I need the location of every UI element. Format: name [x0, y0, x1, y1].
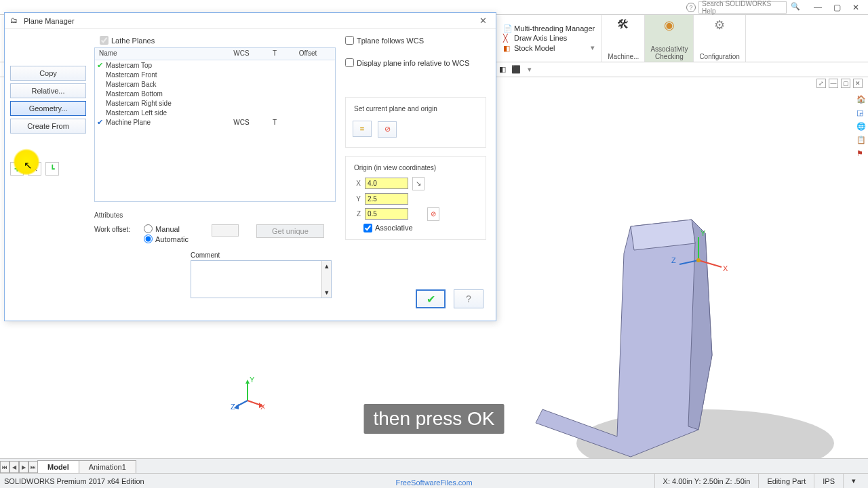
machine-icon: 🛠 [617, 18, 629, 32]
ribbon-item-stock-model[interactable]: ◧Stock Model▾ [503, 43, 595, 52]
resources-icon[interactable]: ◲ [856, 108, 867, 119]
pane-restore-icon[interactable]: ▢ [841, 79, 850, 88]
equals-button[interactable]: = [353, 121, 372, 137]
grid-row[interactable]: Mastercam Right side [95, 98, 335, 108]
svg-text:Z: Z [231, 403, 235, 411]
tab-next-icon[interactable]: ▶ [19, 461, 28, 473]
display-relative-checkbox[interactable]: Display plane info relative to WCS [345, 58, 486, 67]
dialog-close-button[interactable]: ✕ [475, 15, 490, 27]
checkmark-icon: ✔ [95, 118, 104, 127]
svg-text:Z: Z [671, 256, 676, 264]
attributes-label: Attributes [94, 211, 336, 219]
plane-manager-icon: 🗂 [10, 16, 20, 26]
view-triad: YXZ [231, 377, 264, 411]
automatic-radio[interactable]: Automatic [144, 235, 189, 243]
associativity-icon: ◉ [664, 18, 675, 33]
comment-label: Comment [191, 251, 336, 259]
svg-text:X: X [723, 264, 728, 272]
ribbon-machine-button[interactable]: 🛠 Machine... [602, 15, 645, 62]
bottom-tabs: ⏮ ◀ ▶ ⏭ Model Animation1 [0, 458, 868, 473]
tab-last-icon[interactable]: ⏭ [28, 461, 38, 473]
ribbon-item-draw-axis[interactable]: ╳Draw Axis Lines [503, 34, 595, 42]
toolbar-dropdown-icon[interactable]: ▾ [524, 64, 536, 76]
toolbox-icon[interactable]: ⚑ [856, 149, 867, 160]
grid-row[interactable]: Mastercam Front [95, 70, 335, 79]
associative-checkbox[interactable]: Associative [363, 224, 479, 232]
dialog-center-panel: Lathe Planes Name WCS T Offset ✔Masterca… [92, 29, 336, 321]
pane-expand-icon[interactable]: ⤢ [816, 79, 826, 88]
toolbar-icon-1[interactable]: ◧ [496, 64, 509, 76]
svg-point-7 [696, 258, 701, 262]
copy-button[interactable]: Copy [10, 66, 86, 81]
geometry-button[interactable]: Geometry... [10, 101, 86, 116]
ribbon-configuration-button[interactable]: ⚙ Configuration [694, 15, 745, 62]
gear-icon: ⚙ [714, 18, 725, 33]
task-pane-bar: 🏠 ◲ 🌐 📋 ⚑ [856, 77, 868, 160]
grid-row-machine-plane[interactable]: ✔ Machine Plane WCS T [95, 117, 335, 127]
close-button[interactable]: ✕ [846, 1, 865, 14]
appearance-icon[interactable]: 🌐 [856, 122, 867, 133]
plane-manager-dialog: 🗂 Plane Manager ✕ Copy Relative... Geome… [4, 12, 496, 321]
tab-first-icon[interactable]: ⏮ [0, 461, 9, 473]
tab-nav: ⏮ ◀ ▶ ⏭ [0, 461, 38, 473]
planes-grid[interactable]: Name WCS T Offset ✔Mastercam Top Masterc… [94, 47, 336, 202]
axis-icon: ╳ [503, 34, 511, 42]
dialog-titlebar: 🗂 Plane Manager ✕ [5, 13, 496, 29]
dialog-left-panel: Copy Relative... Geometry... Create From… [5, 29, 92, 321]
lathe-planes-checkbox[interactable]: Lathe Planes [94, 35, 336, 46]
grid-row[interactable]: Mastercam Left side [95, 108, 335, 117]
grid-header: Name WCS T Offset [95, 48, 335, 60]
tab-model[interactable]: Model [37, 460, 79, 473]
status-coords: X: 4.00in Y: 2.50in Z: .50in [654, 474, 759, 488]
grid-row[interactable]: Mastercam Bottom [95, 89, 335, 98]
grid-row[interactable]: ✔Mastercam Top [95, 60, 335, 70]
origin-z-input[interactable] [365, 208, 408, 220]
set-current-group: Set current plane and origin = ⊘ [345, 97, 486, 148]
get-unique-button: Get unique [256, 224, 324, 238]
help-button[interactable]: ? [454, 289, 484, 308]
status-dropdown-icon[interactable]: ▾ [843, 474, 864, 488]
ok-button[interactable]: ✔ [416, 289, 446, 308]
minimize-button[interactable]: — [808, 1, 827, 14]
origin-x-input[interactable] [365, 178, 408, 189]
caption-overlay: then press OK [364, 404, 505, 434]
ribbon-associativity-button[interactable]: ◉ Associativity Checking [645, 15, 694, 62]
checkmark-icon: ✔ [95, 61, 104, 70]
work-offset-label: Work offset: [94, 224, 130, 233]
origin-group: Origin (in view coordinates) X↘ Y Z⊘ Ass… [345, 156, 486, 240]
triad-plane-icon[interactable]: ┗ [45, 162, 59, 176]
home-icon[interactable]: 🏠 [856, 95, 867, 106]
svg-text:X: X [260, 403, 264, 411]
maximize-button[interactable]: ▢ [827, 1, 846, 14]
reset-button[interactable]: ⊘ [378, 121, 397, 138]
dialog-right-panel: Tplane follows WCS Display plane info re… [336, 29, 496, 321]
create-from-button[interactable]: Create From [10, 119, 86, 134]
comment-textarea[interactable]: ▴▾ [191, 260, 332, 298]
attributes-row: Work offset: Manual Automatic Get unique [94, 224, 336, 243]
manual-radio[interactable]: Manual [144, 224, 189, 233]
grid-row[interactable]: Mastercam Back [95, 79, 335, 89]
model-preview: Y X Z [488, 186, 841, 488]
custom-props-icon[interactable]: 📋 [856, 136, 867, 146]
scrollbar[interactable]: ▴▾ [321, 261, 331, 298]
tab-prev-icon[interactable]: ◀ [9, 461, 19, 473]
status-units[interactable]: IPS [814, 474, 843, 488]
help-icon[interactable]: ? [686, 3, 696, 12]
pane-minimize-icon[interactable]: — [829, 79, 838, 88]
tplane-follows-checkbox[interactable]: Tplane follows WCS [345, 36, 486, 45]
toolbar-icon-2[interactable]: ⬛ [510, 64, 522, 76]
ribbon-list-group: 📄Multi-threading Manager ╳Draw Axis Line… [496, 15, 602, 62]
svg-text:Y: Y [250, 377, 255, 384]
svg-text:Y: Y [701, 229, 706, 237]
dialog-title: Plane Manager [24, 17, 75, 25]
work-offset-input [212, 224, 239, 237]
dialog-actions: ✔ ? [345, 284, 486, 314]
tab-animation1[interactable]: Animation1 [79, 460, 136, 473]
pick-point-button[interactable]: ↘ [412, 177, 425, 190]
help-search-input[interactable]: Search SOLIDWORKS Help [698, 1, 787, 14]
reset-origin-button[interactable]: ⊘ [427, 207, 439, 221]
ribbon-item-multithreading[interactable]: 📄Multi-threading Manager [503, 24, 595, 33]
origin-y-input[interactable] [365, 193, 408, 205]
search-icon[interactable]: 🔍 [791, 2, 802, 13]
relative-button[interactable]: Relative... [10, 83, 86, 98]
